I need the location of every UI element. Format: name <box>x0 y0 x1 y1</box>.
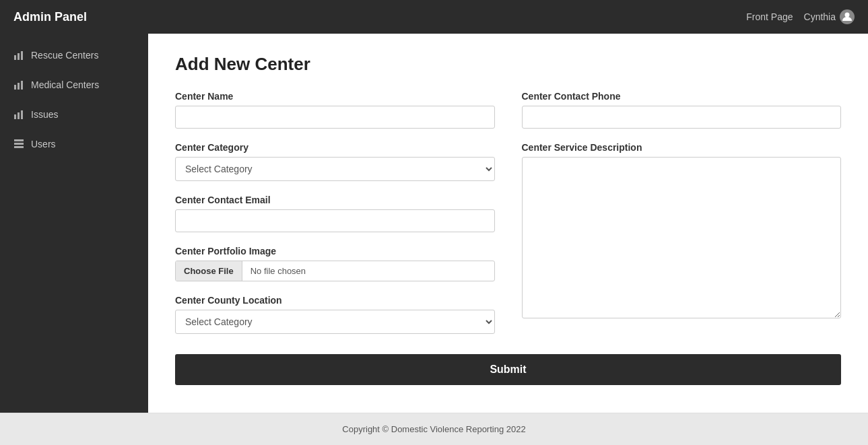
user-menu[interactable]: Cynthia <box>804 9 855 24</box>
center-county-location-select[interactable]: Select Category <box>175 310 495 334</box>
svg-rect-6 <box>21 81 23 90</box>
center-category-group: Center Category Select Category <box>175 142 495 181</box>
center-contact-email-input[interactable] <box>175 209 495 232</box>
svg-rect-8 <box>18 112 20 119</box>
center-name-group: Center Name <box>175 91 495 129</box>
svg-rect-1 <box>14 55 16 60</box>
svg-rect-7 <box>14 114 16 119</box>
chart-icon <box>13 50 24 61</box>
svg-rect-11 <box>14 143 24 145</box>
svg-point-0 <box>845 13 850 18</box>
user-label: Cynthia <box>804 11 836 22</box>
main-content: Add New Center Center Name Center Contac… <box>148 34 868 413</box>
sidebar-item-users[interactable]: Users <box>0 129 148 159</box>
svg-rect-5 <box>18 83 20 90</box>
submit-button[interactable]: Submit <box>175 354 841 385</box>
center-service-description-group: Center Service Description <box>522 142 842 334</box>
sidebar-item-issues[interactable]: Issues <box>0 100 148 129</box>
sidebar-label-users: Users <box>31 139 56 149</box>
svg-rect-2 <box>18 53 20 60</box>
sidebar-label-rescue-centers: Rescue Centers <box>31 50 98 61</box>
sidebar-item-rescue-centers[interactable]: Rescue Centers <box>0 40 148 70</box>
center-county-location-label: Center County Location <box>175 295 495 306</box>
svg-rect-3 <box>21 51 23 60</box>
center-portfolio-image-group: Center Portfolio Image Choose File No fi… <box>175 246 495 281</box>
center-contact-phone-group: Center Contact Phone <box>522 91 842 129</box>
svg-rect-9 <box>21 110 23 119</box>
copyright-text: Copyright © Domestic Violence Reporting … <box>342 424 525 434</box>
sidebar-item-medical-centers[interactable]: Medical Centers <box>0 70 148 100</box>
center-contact-phone-input[interactable] <box>522 106 842 129</box>
svg-rect-4 <box>14 85 16 90</box>
center-category-select[interactable]: Select Category <box>175 157 495 181</box>
center-county-location-group: Center County Location Select Category <box>175 295 495 334</box>
center-service-description-label: Center Service Description <box>522 142 842 153</box>
center-portfolio-image-label: Center Portfolio Image <box>175 246 495 256</box>
file-input-wrapper: Choose File No file chosen <box>175 261 495 281</box>
table-icon-users <box>13 139 24 149</box>
layout: Rescue Centers Medical Centers Issues <box>0 34 868 413</box>
add-center-form: Center Name Center Contact Phone Center … <box>175 91 841 385</box>
sidebar: Rescue Centers Medical Centers Issues <box>0 34 148 413</box>
footer: Copyright © Domestic Violence Reporting … <box>0 413 868 445</box>
center-category-label: Center Category <box>175 142 495 153</box>
svg-rect-10 <box>14 139 24 141</box>
file-name-display: No file chosen <box>242 261 314 281</box>
center-name-input[interactable] <box>175 106 495 129</box>
topnav-right: Front Page Cynthia <box>746 9 855 24</box>
center-name-label: Center Name <box>175 91 495 102</box>
center-service-description-textarea[interactable] <box>522 157 842 318</box>
top-navigation: Admin Panel Front Page Cynthia <box>0 0 868 34</box>
chart-icon-medical <box>13 79 24 90</box>
user-icon <box>840 9 855 24</box>
sidebar-label-medical-centers: Medical Centers <box>31 79 99 90</box>
center-contact-email-group: Center Contact Email <box>175 195 495 232</box>
chart-icon-issues <box>13 109 24 120</box>
sidebar-label-issues: Issues <box>31 109 58 120</box>
submit-row: Submit <box>175 354 841 385</box>
front-page-link[interactable]: Front Page <box>746 11 793 22</box>
svg-rect-12 <box>14 146 24 148</box>
page-title: Add New Center <box>175 54 841 75</box>
choose-file-button[interactable]: Choose File <box>176 261 242 281</box>
center-contact-email-label: Center Contact Email <box>175 195 495 205</box>
center-contact-phone-label: Center Contact Phone <box>522 91 842 102</box>
brand-title: Admin Panel <box>13 10 87 24</box>
